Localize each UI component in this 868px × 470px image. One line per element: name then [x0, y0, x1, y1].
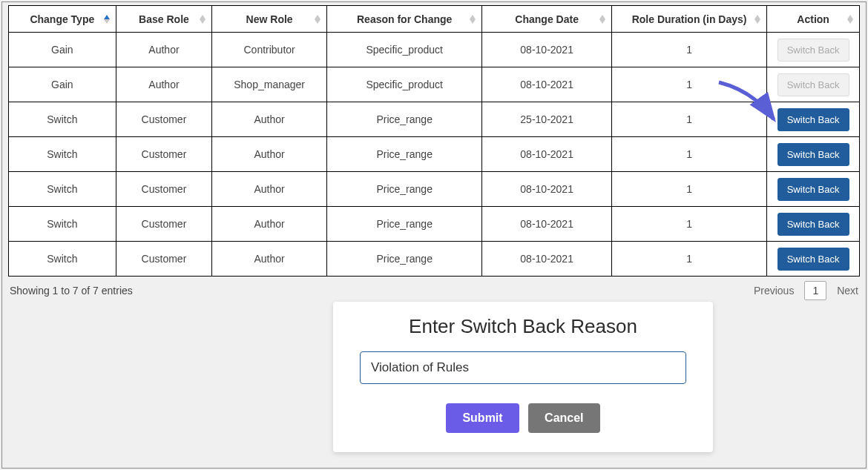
table-cell: Contributor	[212, 33, 327, 67]
switch-back-button: Switch Back	[777, 73, 849, 96]
table-cell: 08-10-2021	[482, 172, 611, 207]
table-cell: 1	[611, 67, 766, 102]
column-header[interactable]: New Role	[212, 6, 327, 33]
modal-title: Enter Switch Back Reason	[355, 315, 691, 338]
column-header[interactable]: Reason for Change	[326, 6, 481, 33]
table-cell: Switch	[9, 207, 116, 242]
switch-back-button[interactable]: Switch Back	[777, 178, 849, 201]
switch-back-button[interactable]: Switch Back	[777, 248, 849, 271]
table-header-row: Change TypeBase RoleNew RoleReason for C…	[9, 6, 860, 33]
table-cell: 08-10-2021	[482, 33, 611, 67]
switch-back-button[interactable]: Switch Back	[777, 143, 849, 166]
reason-input[interactable]	[360, 351, 686, 384]
pagination-page-1[interactable]: 1	[804, 281, 826, 300]
table-cell: Author	[212, 137, 327, 172]
table-body: GainAuthorContributorSpecific_product08-…	[9, 33, 860, 277]
table-row: SwitchCustomerAuthorPrice_range08-10-202…	[9, 242, 860, 277]
table-cell: Price_range	[326, 242, 481, 277]
pagination-next[interactable]: Next	[837, 285, 858, 297]
table-row: GainAuthorContributorSpecific_product08-…	[9, 33, 860, 67]
table-cell: Switch	[9, 137, 116, 172]
table-cell: Author	[212, 102, 327, 137]
table-cell: 1	[611, 102, 766, 137]
action-cell: Switch Back	[767, 137, 860, 172]
table-cell: Customer	[116, 242, 212, 277]
action-cell: Switch Back	[767, 33, 860, 67]
role-changes-table: Change TypeBase RoleNew RoleReason for C…	[8, 5, 860, 277]
table-row: SwitchCustomerAuthorPrice_range08-10-202…	[9, 172, 860, 207]
table-cell: Customer	[116, 137, 212, 172]
table-row: SwitchCustomerAuthorPrice_range08-10-202…	[9, 137, 860, 172]
table-cell: Price_range	[326, 207, 481, 242]
table-cell: 08-10-2021	[482, 67, 611, 102]
table-cell: Specific_product	[326, 67, 481, 102]
action-cell: Switch Back	[767, 67, 860, 102]
column-header[interactable]: Role Duration (in Days)	[611, 6, 766, 33]
switch-back-button[interactable]: Switch Back	[777, 213, 849, 236]
table-cell: Price_range	[326, 172, 481, 207]
switch-back-reason-modal: Enter Switch Back Reason Submit Cancel	[333, 302, 713, 452]
table-cell: 1	[611, 33, 766, 67]
table-row: SwitchCustomerAuthorPrice_range08-10-202…	[9, 207, 860, 242]
table-row: GainAuthorShop_managerSpecific_product08…	[9, 67, 860, 102]
cancel-button[interactable]: Cancel	[528, 403, 599, 433]
table-cell: Author	[212, 207, 327, 242]
table-cell: 08-10-2021	[482, 137, 611, 172]
table-cell: Gain	[9, 33, 116, 67]
table-cell: Switch	[9, 242, 116, 277]
table-cell: Customer	[116, 102, 212, 137]
column-header[interactable]: Action	[767, 6, 860, 33]
table-cell: 25-10-2021	[482, 102, 611, 137]
table-cell: Gain	[9, 67, 116, 102]
table-cell: Author	[116, 67, 212, 102]
table-cell: Customer	[116, 207, 212, 242]
column-header[interactable]: Base Role	[116, 6, 212, 33]
table-cell: Author	[212, 172, 327, 207]
table-cell: 1	[611, 172, 766, 207]
submit-button[interactable]: Submit	[446, 403, 519, 433]
table-cell: Switch	[9, 172, 116, 207]
table-cell: Author	[212, 242, 327, 277]
table-cell: 08-10-2021	[482, 242, 611, 277]
table-cell: Shop_manager	[212, 67, 327, 102]
action-cell: Switch Back	[767, 102, 860, 137]
table-cell: Switch	[9, 102, 116, 137]
action-cell: Switch Back	[767, 242, 860, 277]
switch-back-button: Switch Back	[777, 39, 849, 62]
column-header[interactable]: Change Type	[9, 6, 116, 33]
action-cell: Switch Back	[767, 172, 860, 207]
table-cell: 1	[611, 137, 766, 172]
table-cell: Price_range	[326, 102, 481, 137]
pagination: Previous 1 Next	[754, 281, 858, 300]
table-cell: Author	[116, 33, 212, 67]
table-info: Showing 1 to 7 of 7 entries	[10, 285, 133, 297]
table-cell: Specific_product	[326, 33, 481, 67]
table-cell: 08-10-2021	[482, 207, 611, 242]
pagination-previous[interactable]: Previous	[754, 285, 794, 297]
column-header[interactable]: Change Date	[482, 6, 611, 33]
action-cell: Switch Back	[767, 207, 860, 242]
table-cell: 1	[611, 207, 766, 242]
table-cell: 1	[611, 242, 766, 277]
table-row: SwitchCustomerAuthorPrice_range25-10-202…	[9, 102, 860, 137]
table-cell: Customer	[116, 172, 212, 207]
table-cell: Price_range	[326, 137, 481, 172]
switch-back-button[interactable]: Switch Back	[777, 108, 849, 131]
